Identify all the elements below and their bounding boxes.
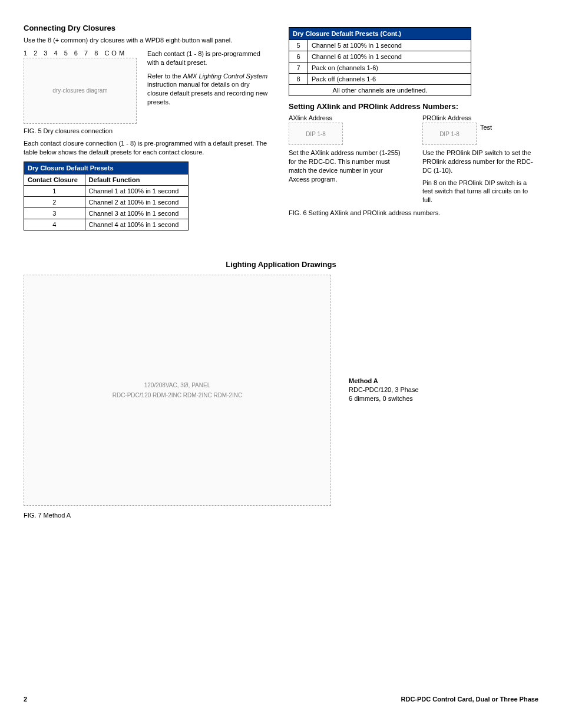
fig7-block: 120/208VAC, 3Ø, PANEL RDC-PDC/120 RDM-2I… <box>24 275 331 506</box>
cell: Pack off (channels 1-6 <box>308 74 471 85</box>
heading-lighting: Lighting Application Drawings <box>24 260 538 269</box>
axlink-col: AXlink Address DIP 1-8 Set the AXlink ad… <box>289 114 405 205</box>
axlink-dip-icon: DIP 1-8 <box>289 123 343 145</box>
method-a-l1: RDC-PDC/120, 3 Phase <box>349 386 419 393</box>
fig5-diagram: dry-closures diagram <box>24 58 137 124</box>
cell: 7 <box>289 62 308 74</box>
method-a-box: Method A RDC-PDC/120, 3 Phase 6 dimmers,… <box>349 377 419 403</box>
cell: 3 <box>24 207 85 219</box>
cell: Channel 4 at 100% in 1 second <box>85 219 188 230</box>
cell: 6 <box>289 51 308 62</box>
footer-title: RDC-PDC Control Card, Dual or Three Phas… <box>401 696 538 703</box>
cell: 8 <box>289 74 308 85</box>
fig5-pin-labels: 1 2 3 4 5 6 7 8 COM <box>24 50 137 57</box>
table-row: 4Channel 4 at 100% in 1 second <box>24 219 189 230</box>
heading-connecting: Connecting Dry Closures <box>24 24 271 32</box>
section-lighting: Lighting Application Drawings 120/208VAC… <box>24 260 538 519</box>
cell: Channel 6 at 100% in 1 second <box>308 51 471 62</box>
table-row: 8Pack off (channels 1-6 <box>289 74 471 85</box>
table-row: 3Channel 3 at 100% in 1 second <box>24 207 189 219</box>
table-row: 1Channel 1 at 100% in 1 second <box>24 185 189 196</box>
table1-col2: Default Function <box>85 174 188 185</box>
method-a-l2: 6 dimmers, 0 switches <box>349 395 413 402</box>
side-p2: Refer to the AMX Lighting Control System… <box>147 72 271 107</box>
cell: Pack on (channels 1-6) <box>308 62 471 74</box>
prolink-label: PROlink Address <box>422 114 477 121</box>
fig5-caption: FIG. 5 Dry closures connection <box>24 127 271 134</box>
page-number: 2 <box>24 696 27 703</box>
fig5-side-text: Each contact (1 - 8) is pre-programmed w… <box>147 50 271 111</box>
table-presets-2: Dry Closure Default Presets (Cont.) 5Cha… <box>289 27 471 96</box>
fig5-row: 1 2 3 4 5 6 7 8 COM dry-closures diagram… <box>24 50 271 124</box>
right-column: Dry Closure Default Presets (Cont.) 5Cha… <box>289 24 538 230</box>
heading-addresses: Setting AXlink and PROlink Address Numbe… <box>289 102 538 111</box>
table2-title: Dry Closure Default Presets (Cont.) <box>289 28 471 40</box>
cell: 1 <box>24 185 85 196</box>
cell: Channel 1 at 100% in 1 second <box>85 185 188 196</box>
prolink-dip-icon: DIP 1-8 <box>422 123 477 145</box>
left-column: Connecting Dry Closures Use the 8 (+ com… <box>24 24 271 230</box>
fig6-caption: FIG. 6 Setting AXlink and PROlink addres… <box>289 209 538 216</box>
fig5-block: 1 2 3 4 5 6 7 8 COM dry-closures diagram <box>24 50 137 124</box>
dip-row: AXlink Address DIP 1-8 Set the AXlink ad… <box>289 114 538 205</box>
page-footer: 2 RDC-PDC Control Card, Dual or Three Ph… <box>24 696 538 703</box>
test-label: Test <box>480 124 492 131</box>
fig7-panel-label: 120/208VAC, 3Ø, PANEL <box>113 382 243 388</box>
side-p2b: instruction manual for details on dry cl… <box>147 81 267 106</box>
table-row: 7Pack on (channels 1-6) <box>289 62 471 74</box>
fig7-row: 120/208VAC, 3Ø, PANEL RDC-PDC/120 RDM-2I… <box>24 275 538 506</box>
cell: 5 <box>289 40 308 51</box>
cell: 2 <box>24 196 85 207</box>
table1-title: Dry Closure Default Presets <box>24 162 189 174</box>
side-p2-em: AMX Lighting Control System <box>183 73 268 80</box>
cell: 4 <box>24 219 85 230</box>
cell: Channel 2 at 100% in 1 second <box>85 196 188 207</box>
fig7-caption: FIG. 7 Method A <box>24 512 538 519</box>
table1-col1: Contact Closure <box>24 174 85 185</box>
intro-text: Use the 8 (+ common) dry closures with a… <box>24 36 271 45</box>
prolink-note1: Use the PROlink DIP switch to set the PR… <box>422 149 538 175</box>
cell: Channel 5 at 100% in 1 second <box>308 40 471 51</box>
table-row: All other channels are undefined. <box>289 85 471 96</box>
cell: All other channels are undefined. <box>289 85 471 96</box>
table-row: 5Channel 5 at 100% in 1 second <box>289 40 471 51</box>
side-p1: Each contact (1 - 8) is pre-programmed w… <box>147 50 271 67</box>
side-p2a: Refer to the <box>147 73 183 80</box>
fig7-unit-labels: RDC-PDC/120 RDM-2INC RDM-2INC RDM-2INC <box>113 392 243 398</box>
after-fig5-text: Each contact closure connection (1 - 8) … <box>24 139 271 157</box>
cell: Channel 3 at 100% in 1 second <box>85 207 188 219</box>
axlink-note: Set the AXlink address number (1-255) fo… <box>289 149 405 183</box>
table-row: 6Channel 6 at 100% in 1 second <box>289 51 471 62</box>
prolink-note2: Pin 8 on the PROlink DIP switch is a tes… <box>422 179 538 205</box>
prolink-col: PROlink Address DIP 1-8 Test Use the PRO… <box>422 114 538 205</box>
table-row: 2Channel 2 at 100% in 1 second <box>24 196 189 207</box>
fig7-diagram: 120/208VAC, 3Ø, PANEL RDC-PDC/120 RDM-2I… <box>24 275 331 506</box>
axlink-label: AXlink Address <box>289 114 405 121</box>
table-presets-1: Dry Closure Default Presets Contact Clos… <box>24 162 189 230</box>
method-a-title: Method A <box>349 377 378 384</box>
top-two-column: Connecting Dry Closures Use the 8 (+ com… <box>24 24 538 230</box>
